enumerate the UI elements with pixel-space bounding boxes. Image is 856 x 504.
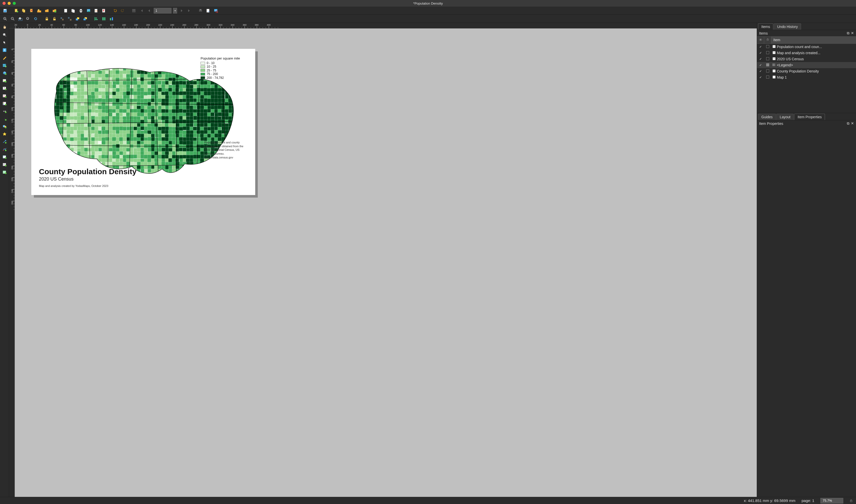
- item-lock-checkbox[interactable]: [764, 45, 771, 49]
- first-feature-button[interactable]: [138, 7, 144, 14]
- export-atlas-button[interactable]: [197, 7, 204, 14]
- item-lock-checkbox[interactable]: [764, 75, 771, 79]
- add-north-arrow-tool[interactable]: [1, 115, 8, 122]
- ruler-horizontal[interactable]: -200204060801001201401601802002202402602…: [15, 23, 757, 29]
- atlas-export-settings-button[interactable]: [205, 7, 211, 14]
- zoom-tool[interactable]: [1, 32, 8, 38]
- open-button[interactable]: [44, 7, 50, 14]
- add-fixed-table-tool[interactable]: [1, 169, 8, 176]
- tab-guides[interactable]: Guides: [758, 114, 776, 120]
- atlas-page-input[interactable]: [154, 8, 172, 14]
- edit-nodes-tool[interactable]: [1, 54, 8, 61]
- lower-button[interactable]: [82, 16, 88, 22]
- add-legend-tool[interactable]: [1, 100, 8, 107]
- export-pdf-button[interactable]: [101, 7, 107, 14]
- export-image-button[interactable]: [86, 7, 92, 14]
- add-html-tool[interactable]: </>: [1, 154, 8, 160]
- tab-undo-history[interactable]: Undo History: [774, 23, 801, 30]
- item-visibility-checkbox[interactable]: ✓: [757, 75, 764, 79]
- item-visibility-checkbox[interactable]: ✓: [757, 69, 764, 73]
- panel-detach-icon[interactable]: ⧉: [847, 31, 850, 35]
- zoom-in-button[interactable]: [2, 16, 8, 22]
- add-pages-button[interactable]: [70, 7, 76, 14]
- item-row[interactable]: ✓<Legend>: [757, 62, 856, 68]
- add-picture-tool[interactable]: [1, 77, 8, 84]
- add-attr-table-tool[interactable]: [1, 161, 8, 168]
- add-scalebar-tool[interactable]: [1, 108, 8, 114]
- add-node-item-tool[interactable]: [1, 146, 8, 152]
- source-text-item[interactable]: Population count and county land area ar…: [204, 141, 245, 159]
- select-tool[interactable]: [1, 39, 8, 46]
- undo-button[interactable]: [112, 7, 118, 14]
- zoom-100-button[interactable]: 1:1: [25, 16, 31, 22]
- zoom-lock-icon[interactable]: [850, 499, 853, 503]
- add-map-tool[interactable]: +: [1, 62, 8, 69]
- tab-item-properties[interactable]: Item Properties: [794, 114, 825, 120]
- redo-button[interactable]: [120, 7, 126, 14]
- refresh-button[interactable]: [33, 16, 39, 22]
- add-arrow-tool[interactable]: [1, 138, 8, 145]
- delete-layout-button[interactable]: [29, 7, 35, 14]
- item-row[interactable]: ✓TPopulation count and coun...: [757, 44, 856, 50]
- open-project-button[interactable]: [51, 7, 57, 14]
- panel-close-icon[interactable]: ✕: [851, 121, 854, 126]
- zoom-level-input[interactable]: 75.7%: [820, 498, 843, 504]
- layout-page[interactable]: Population per square mile 0 - 1010 - 25…: [31, 49, 255, 195]
- tab-layout[interactable]: Layout: [776, 114, 794, 120]
- item-lock-checkbox[interactable]: [764, 69, 771, 73]
- item-row[interactable]: ✓TMap and analysis created...: [757, 50, 856, 56]
- legend-item[interactable]: Population per square mile 0 - 1010 - 25…: [200, 56, 240, 79]
- item-visibility-checkbox[interactable]: ✓: [757, 51, 764, 55]
- last-feature-button[interactable]: [186, 7, 192, 14]
- layout-viewport[interactable]: Population per square mile 0 - 1010 - 25…: [15, 29, 757, 497]
- item-visibility-checkbox[interactable]: ✓: [757, 63, 764, 67]
- title-text-item[interactable]: County Population Density: [39, 167, 136, 176]
- add-label-tool[interactable]: T: [1, 85, 8, 92]
- add-dynamic-text-tool[interactable]: [T]: [1, 93, 8, 99]
- atlas-settings-button[interactable]: [131, 7, 137, 14]
- panel-close-icon[interactable]: ✕: [851, 31, 854, 35]
- minimize-window-button[interactable]: [7, 2, 11, 5]
- zoom-full-button[interactable]: [17, 16, 23, 22]
- items-column-header[interactable]: Item: [771, 37, 856, 43]
- prev-feature-button[interactable]: [146, 7, 152, 14]
- maximize-window-button[interactable]: [13, 2, 16, 5]
- add-marker-tool[interactable]: [1, 131, 8, 137]
- tab-items[interactable]: Items: [758, 23, 773, 30]
- layout-manager-button[interactable]: [36, 7, 42, 14]
- print-button[interactable]: [78, 7, 84, 14]
- subtitle-text-item[interactable]: 2020 US Census: [39, 177, 73, 182]
- group-button[interactable]: [59, 16, 65, 22]
- export-svg-button[interactable]: SVG: [93, 7, 99, 14]
- item-lock-checkbox[interactable]: [764, 63, 771, 67]
- item-lock-checkbox[interactable]: [764, 51, 771, 55]
- atlas-page-spinner[interactable]: ▾: [173, 8, 177, 14]
- pan-tool[interactable]: [1, 24, 8, 31]
- close-window-button[interactable]: [2, 2, 5, 5]
- align-left-button[interactable]: [93, 16, 99, 22]
- panel-detach-icon[interactable]: ⧉: [847, 121, 850, 126]
- item-visibility-checkbox[interactable]: ✓: [757, 57, 764, 61]
- item-row[interactable]: ✓Map 1: [757, 74, 856, 80]
- item-row[interactable]: ✓TCounty Population Density: [757, 68, 856, 74]
- save-button[interactable]: [2, 7, 8, 14]
- zoom-out-button[interactable]: [10, 16, 16, 22]
- lock-items-button[interactable]: [44, 16, 50, 22]
- layout-settings-button[interactable]: [63, 7, 69, 14]
- item-row[interactable]: ✓T2020 US Census: [757, 56, 856, 62]
- preview-atlas-button[interactable]: [213, 7, 219, 14]
- ruler-vertical[interactable]: 020406080100120140160180200220240260: [9, 29, 15, 497]
- item-visibility-checkbox[interactable]: ✓: [757, 45, 764, 49]
- resize-button[interactable]: [108, 16, 115, 22]
- credit-text-item[interactable]: Map and analysis created by YodasMaps, O…: [39, 184, 108, 187]
- distribute-button[interactable]: [101, 16, 107, 22]
- next-feature-button[interactable]: [179, 7, 185, 14]
- add-shape-tool[interactable]: [1, 123, 8, 130]
- items-list[interactable]: ✓TPopulation count and coun...✓TMap and …: [757, 44, 856, 113]
- item-lock-checkbox[interactable]: [764, 57, 771, 61]
- move-content-tool[interactable]: [1, 47, 8, 53]
- duplicate-layout-button[interactable]: [21, 7, 27, 14]
- new-layout-button[interactable]: [13, 7, 19, 14]
- ungroup-button[interactable]: [67, 16, 73, 22]
- add-3dmap-tool[interactable]: [1, 70, 8, 76]
